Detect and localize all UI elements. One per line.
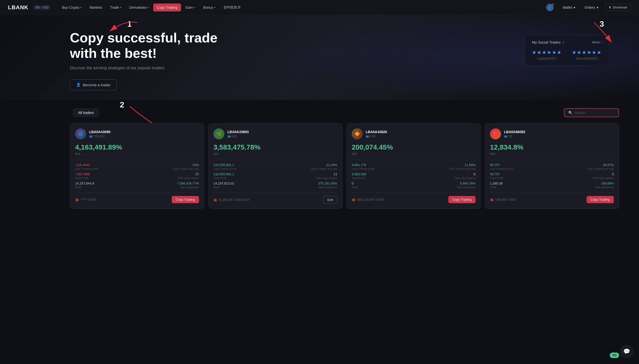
divider	[490, 160, 614, 160]
search-box[interactable]: 🔍	[564, 108, 619, 117]
wallet-icon: 💼	[214, 198, 217, 202]
info-icon: ℹ	[563, 40, 564, 44]
trader-followers: 👥 6/20	[228, 135, 337, 138]
l3w-profit: -116.4444 Last 3 weeks profit	[75, 163, 98, 170]
nav-item-markets[interactable]: Markets	[86, 4, 106, 12]
stats-row-aum: 14,157,844.8 AUM 7,566,426.77% Max drawd…	[75, 182, 199, 189]
usdt-info: 💼 ****** USDT	[75, 198, 96, 202]
stats-row-total: 93.757 Total Profit 5 Total copy traders	[490, 172, 614, 180]
orders-button[interactable]: Orders ▾	[582, 4, 601, 11]
trader-card[interactable]: 🔶 LBA0A43826 👥 5/30 200,074.45% ROI 6,66…	[346, 123, 481, 209]
copy-trading-button[interactable]: Copy Trading	[587, 196, 614, 203]
nav-item-buy-crypto[interactable]: Buy Crypto ▾	[59, 4, 85, 12]
avatar: 🔶	[352, 128, 363, 139]
roi-label: ROI	[214, 152, 337, 156]
l3w-profit: 6,661.179 Last 3 weeks profit	[352, 163, 375, 170]
trader-name: LBA0A86082	[504, 130, 614, 134]
copy-trading-button[interactable]: Copy Trading	[448, 196, 476, 203]
hero-banner: 1 Copy successful, trade with the best! …	[0, 15, 639, 100]
stats-row-aum: 1,280.38 AUM 108.89% Max drawdown	[490, 182, 614, 189]
all-traders-tab[interactable]: All traders	[73, 108, 99, 117]
card-header: 🌿 LBA0A33893 👥 6/20	[214, 128, 337, 139]
followers-icon: 👥	[366, 135, 369, 138]
stats-row-aum: 14,197,823.02 AUM 375,161.43% Max drawdo…	[214, 182, 337, 189]
trader-info: LBA0A43090 👥 7/50,000	[89, 130, 199, 138]
stats-row-total: 110,555,891.1 Total Profit 11 Total copy…	[214, 172, 337, 180]
total-profit: 110,555,891.1 Total Profit	[214, 172, 234, 180]
divider	[352, 160, 476, 160]
nav-item-earn[interactable]: Earn ▾	[182, 4, 199, 12]
download-button[interactable]: ⬇ Download	[605, 4, 631, 11]
social-profit-col: ★★★★★★ Net profit(USDT)	[572, 49, 602, 60]
stats-row-profit: -116.4444 Last 3 weeks profit 24% Last 3…	[75, 163, 199, 170]
l3w-win: 21.43% Last 3 weeks win rate	[311, 163, 337, 170]
avatar: 🔴	[490, 128, 501, 139]
usdt-info: 💼 91,264,987.7196 USDT	[214, 198, 250, 202]
followers-icon: 👥	[504, 135, 507, 138]
trader-followers: 👥 7/50,000	[89, 135, 199, 138]
card-header: 🔶 LBA0A43826 👥 5/30	[352, 128, 476, 139]
roi-value: 4,163,491.89%	[75, 143, 199, 151]
nav-item-copy-trading[interactable]: Copy Trading	[153, 4, 181, 12]
trader-followers: 👥 1/5	[504, 135, 614, 138]
copy-trading-button[interactable]: Copy Trading	[172, 196, 199, 203]
nav-item-derivatives[interactable]: Derivatives ▾	[126, 4, 152, 12]
nav-item-trade[interactable]: Trade ▾	[107, 4, 125, 12]
roi-label: ROI	[490, 152, 614, 156]
nav-item-festival[interactable]: 合约狂欢月	[220, 3, 244, 12]
lang-selector[interactable]: EN - USD	[34, 5, 51, 10]
annotation-3: 3	[599, 20, 604, 28]
trader-card[interactable]: 🔴 LBA0A86082 👥 1/5 12,834.8% ROI 93.757 …	[485, 123, 619, 209]
wallet-button[interactable]: Wallet ▾	[560, 4, 578, 11]
card-footer: 💼 ****** USDT Copy Trading	[75, 193, 199, 203]
toolbar: 2 All traders 🔍	[70, 108, 619, 117]
total-copy: 5 Total copy traders	[592, 172, 614, 180]
l3w-win: 28.57% Last 3 weeks win rate	[587, 163, 614, 170]
card-footer: 💼 91,264,987.7196 USDT Edit	[214, 193, 337, 204]
social-trades-panel: My Social Trades ℹ More › ★★★★★★ Capital…	[525, 35, 609, 66]
aum: 14,157,844.8 AUM	[75, 182, 94, 189]
person-icon: 👤	[76, 82, 81, 87]
stats-row-profit: 6,661.179 Last 3 weeks profit 11.94% Las…	[352, 163, 476, 170]
trader-name: LBA0A43090	[89, 130, 199, 134]
hero-section: 1 Copy successful, trade with the best! …	[0, 15, 639, 217]
navbar: LBANK EN - USD Buy Crypto ▾ Markets Trad…	[0, 0, 639, 15]
nav-item-bonus[interactable]: Bonus ▾	[200, 4, 219, 12]
logo[interactable]: LBANK	[8, 4, 29, 11]
divider	[75, 160, 199, 160]
roi-value: 3,583,475.78%	[214, 143, 337, 151]
stats-row-profit: 110,555,891.1 Last 3 weeks profit 21.43%…	[214, 163, 337, 170]
followers-icon: 👥	[89, 135, 92, 138]
total-copy: 8 Total copy traders	[454, 172, 476, 180]
edit-button[interactable]: Edit	[323, 196, 337, 204]
total-copy: 27 Total copy traders	[177, 172, 199, 180]
aum: 0 AUM	[352, 182, 358, 189]
social-panel-header: My Social Trades ℹ More ›	[532, 40, 602, 44]
become-trader-button[interactable]: 👤 Become a trader	[70, 79, 117, 90]
chevron-down-icon: ▾	[120, 6, 121, 9]
wallet-icon: 💼	[75, 198, 79, 202]
card-header: 🌀 LBA0A43090 👥 7/50,000	[75, 128, 199, 139]
chevron-right-icon: ›	[601, 40, 602, 44]
trader-card[interactable]: 🌿 LBA0A33893 👥 6/20 3,583,475.78% ROI 11…	[208, 123, 342, 209]
social-panel-body: ★★★★★★ Capital(USDT) ★★★★★★ Net profit(U…	[532, 49, 602, 60]
card-footer: 💼 549.0857 USDT Copy Trading	[490, 193, 614, 203]
trader-card[interactable]: 🌀 LBA0A43090 👥 7/50,000 4,163,491.89% RO…	[70, 123, 204, 209]
search-icon: 🔍	[568, 111, 573, 115]
stats-row-total: -139.7469 Total Profit 27 Total copy tra…	[75, 172, 199, 180]
vo-badge: VO	[610, 352, 619, 358]
followers-icon: 👥	[228, 135, 230, 138]
more-link[interactable]: More ›	[592, 40, 602, 44]
max-drawdown: 7,566,426.77% Max drawdown	[177, 182, 199, 189]
chevron-down-icon: ▾	[194, 6, 195, 9]
roi-label: ROI	[75, 152, 199, 156]
support-bubble[interactable]: 💬	[620, 345, 633, 358]
download-icon: ⬇	[608, 6, 611, 9]
main-content: 2 All traders 🔍 🌀	[0, 100, 639, 217]
avatar-button[interactable]: 👤	[544, 2, 556, 13]
divider	[214, 160, 337, 160]
traders-grid: 🌀 LBA0A43090 👥 7/50,000 4,163,491.89% RO…	[70, 123, 619, 209]
trader-info: LBA0A43826 👥 5/30	[366, 130, 476, 138]
social-capital-col: ★★★★★★ Capital(USDT)	[532, 49, 562, 60]
search-input[interactable]	[575, 111, 614, 115]
